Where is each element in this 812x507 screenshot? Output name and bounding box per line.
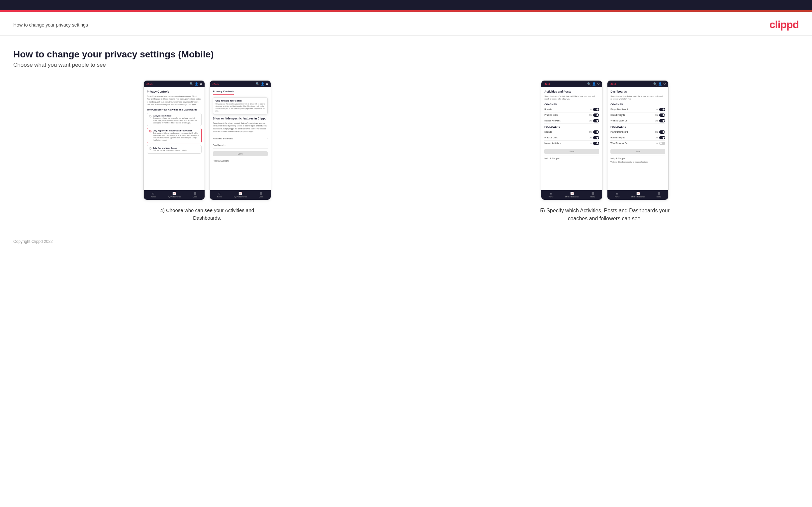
- screenshot-pair-left: ‹ Back 🔍 👤 ⚙ Privacy Controls Control ho…: [144, 80, 271, 200]
- screen4-save-button[interactable]: Save: [610, 149, 665, 154]
- settings-icon-s2[interactable]: ⚙: [266, 82, 268, 86]
- c-player-dashboard-row: Player Dashboard ON: [610, 107, 665, 112]
- caption-right: 5) Specify which Activities, Posts and D…: [532, 207, 678, 223]
- settings-icon-s3[interactable]: ⚙: [597, 82, 600, 86]
- s2-bottom-performance[interactable]: 📈 My Performance: [234, 192, 247, 198]
- screen3-content: Activities and Posts Select the types of…: [541, 87, 602, 190]
- followers-drills-toggle[interactable]: [593, 136, 599, 139]
- coaches-rounds-toggle[interactable]: [593, 108, 599, 111]
- followers-drills-row: Practice Drills ON: [544, 135, 599, 141]
- s2-bottom-menu[interactable]: ☰ Menu: [259, 192, 263, 198]
- screen2-popup: Only You and Your Coach Only you and the…: [213, 97, 268, 114]
- home-icon: ⌂: [152, 192, 154, 195]
- list-dashboards[interactable]: Dashboards ›: [213, 142, 268, 149]
- c-round-insights-row: Round Insights ON: [610, 112, 665, 118]
- screen3-body: Select the types of activity that you'd …: [544, 95, 599, 101]
- screen3-back-button[interactable]: ‹ Back: [544, 83, 550, 85]
- screen4-coaches-head: COACHES: [610, 103, 665, 106]
- screen4-back-label: Back: [611, 83, 617, 85]
- search-icon-s4[interactable]: 🔍: [653, 82, 657, 86]
- footer: Copyright Clippd 2022: [0, 233, 812, 250]
- screen3-title: Activities and Posts: [544, 90, 599, 93]
- s4-bottom-home[interactable]: ⌂ Home: [615, 192, 620, 198]
- logo: clippd: [769, 18, 799, 31]
- followers-rounds-toggle[interactable]: [593, 130, 599, 134]
- screen1-nav: ‹ Back 🔍 👤 ⚙: [144, 80, 205, 87]
- header-title: How to change your privacy settings: [13, 22, 88, 27]
- screen2-bottom-nav: ⌂ Home 📈 My Performance ☰ Menu: [210, 190, 271, 200]
- screen1-option-followers[interactable]: Only Approved Followers and Your Coach O…: [147, 128, 202, 143]
- f-what-to-work-toggle[interactable]: [659, 142, 665, 145]
- screen1-frame: ‹ Back 🔍 👤 ⚙ Privacy Controls Control ho…: [144, 80, 205, 200]
- screenshots-section: ‹ Back 🔍 👤 ⚙ Privacy Controls Control ho…: [13, 80, 799, 223]
- home-icon-s2: ⌂: [218, 192, 220, 195]
- c-player-dashboard-toggle[interactable]: [659, 108, 665, 111]
- settings-icon[interactable]: ⚙: [200, 82, 202, 86]
- search-icon[interactable]: 🔍: [190, 82, 193, 86]
- screenshot-pair-right: ‹ Back 🔍 👤 ⚙ Activities and Posts Select…: [541, 80, 668, 200]
- top-bar: [0, 0, 812, 12]
- f-round-insights-toggle[interactable]: [659, 136, 665, 139]
- screen2-tab[interactable]: Privacy Controls: [213, 90, 234, 95]
- coaches-drills-toggle[interactable]: [593, 113, 599, 117]
- s3-bottom-performance[interactable]: 📈 My Performance: [565, 192, 578, 198]
- popup-text: Only you and the coaches you connect wit…: [215, 103, 265, 112]
- radio-coach-only: [149, 147, 151, 150]
- screen2-save-button[interactable]: Save: [213, 151, 268, 156]
- home-icon-s3: ⌂: [550, 192, 552, 195]
- screen4-nav: ‹ Back 🔍 👤 ⚙: [607, 80, 668, 87]
- screen1-bottom-nav: ⌂ Home 📈 My Performance ☰ Menu: [144, 190, 205, 200]
- s3-bottom-home[interactable]: ⌂ Home: [549, 192, 554, 198]
- bottom-nav-menu[interactable]: ☰ Menu: [193, 192, 197, 198]
- followers-manual-toggle[interactable]: [593, 142, 599, 145]
- coaches-manual-row: Manual Activities ON: [544, 118, 599, 124]
- c-round-insights-toggle[interactable]: [659, 113, 665, 117]
- screen2-nav: ‹ Back 🔍 👤 ⚙: [210, 80, 271, 87]
- screen4-content: Dashboards Select the dashboards that yo…: [607, 87, 668, 190]
- profile-icon[interactable]: 👤: [195, 82, 198, 86]
- screen4-title: Dashboards: [610, 90, 665, 93]
- screen1-body: Control how you and your data appears to…: [147, 95, 202, 106]
- screen1-option-everyone[interactable]: Everyone on Clippd Everyone on Clippd ca…: [147, 113, 202, 126]
- screen4-followers-head: FOLLOWERS: [610, 126, 665, 128]
- s2-bottom-home[interactable]: ⌂ Home: [217, 192, 222, 198]
- search-icon-s3[interactable]: 🔍: [587, 82, 591, 86]
- c-what-to-work-toggle[interactable]: [659, 119, 665, 122]
- screen3-nav-icons: 🔍 👤 ⚙: [587, 82, 600, 86]
- bottom-nav-performance[interactable]: 📈 My Performance: [168, 192, 181, 198]
- screen1-subtitle: Who Can See Your Activities and Dashboar…: [147, 109, 202, 111]
- screen1-option-coach-only[interactable]: Only You and Your Coach Only you and the…: [147, 145, 202, 154]
- screen1-back-button[interactable]: ‹ Back: [146, 83, 153, 85]
- screen2-nav-icons: 🔍 👤 ⚙: [256, 82, 268, 86]
- performance-icon: 📈: [172, 192, 176, 195]
- screen3-save-button[interactable]: Save: [544, 149, 599, 154]
- settings-icon-s4[interactable]: ⚙: [663, 82, 666, 86]
- screen1-back-label: Back: [147, 83, 153, 85]
- profile-icon-s2[interactable]: 👤: [261, 82, 264, 86]
- screen4-back-button[interactable]: ‹ Back: [610, 83, 616, 85]
- popup-title: Only You and Your Coach: [215, 100, 265, 102]
- screen1-nav-icons: 🔍 👤 ⚙: [190, 82, 202, 86]
- menu-icon: ☰: [194, 192, 196, 195]
- f-player-dashboard-toggle[interactable]: [659, 130, 665, 134]
- screen3-coaches-head: COACHES: [544, 103, 599, 106]
- profile-icon-s4[interactable]: 👤: [658, 82, 662, 86]
- followers-manual-row: Manual Activities ON: [544, 141, 599, 146]
- s4-bottom-menu[interactable]: ☰ Menu: [657, 192, 661, 198]
- bottom-nav-home[interactable]: ⌂ Home: [151, 192, 156, 198]
- profile-icon-s3[interactable]: 👤: [592, 82, 596, 86]
- screen2-back-button[interactable]: ‹ Back: [212, 83, 219, 85]
- s4-bottom-performance[interactable]: 📈 My Performance: [631, 192, 645, 198]
- coaches-manual-toggle[interactable]: [593, 119, 599, 122]
- s3-bottom-menu[interactable]: ☰ Menu: [591, 192, 595, 198]
- screen4-frame: ‹ Back 🔍 👤 ⚙ Dashboards Select the dashb…: [607, 80, 668, 200]
- search-icon-s2[interactable]: 🔍: [256, 82, 259, 86]
- show-hide-title: Show or hide specific features in Clippd: [213, 117, 268, 120]
- followers-rounds-row: Rounds ON: [544, 129, 599, 135]
- radio-everyone: [149, 115, 151, 117]
- coaches-drills-row: Practice Drills ON: [544, 112, 599, 118]
- list-activities[interactable]: Activities and Posts ›: [213, 135, 268, 142]
- page-subtitle: Choose what you want people to see: [13, 62, 799, 68]
- screen3-help: Help & Support: [544, 156, 599, 160]
- menu-icon-s4: ☰: [658, 192, 660, 195]
